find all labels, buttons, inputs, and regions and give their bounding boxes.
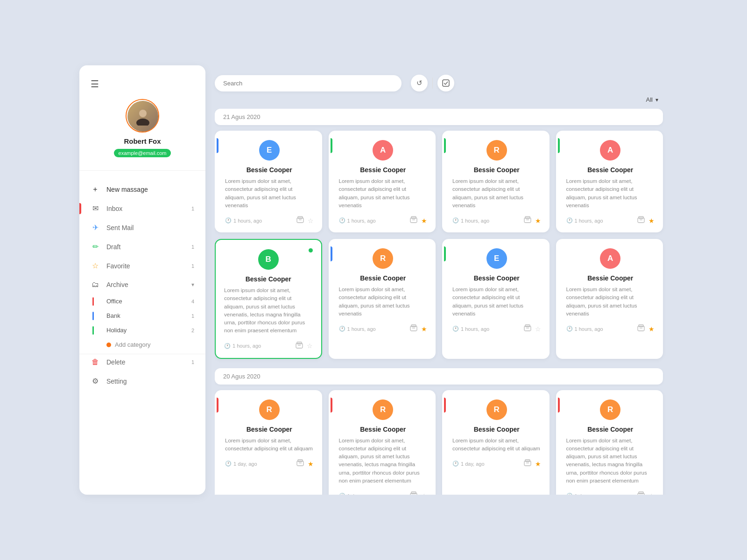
svg-rect-13 [639, 217, 643, 218]
message-card-c4[interactable]: ABessie CooperLorem ipsum dolor sit amet… [556, 131, 663, 232]
sidebar-item-bank[interactable]: Bank 1 [79, 308, 205, 323]
star-card-button[interactable]: ★ [421, 217, 427, 224]
archive-btn-icon [296, 216, 304, 224]
star-card-button[interactable]: ☆ [535, 325, 541, 333]
time-text: 1 day, ago [347, 493, 371, 495]
message-card-c1[interactable]: EBessie CooperLorem ipsum dolor sit amet… [215, 131, 322, 232]
star-card-button[interactable]: ★ [421, 325, 427, 333]
archive-btn-icon [410, 216, 417, 224]
clock-icon: 🕐 [452, 461, 459, 467]
clock-icon: 🕐 [339, 493, 345, 495]
sidebar-item-delete[interactable]: 🗑 Delete 1 [79, 354, 205, 371]
avatar [127, 101, 158, 132]
card-actions: ☆ [296, 216, 314, 225]
date-section-0: 21 Agus 2020EBessie CooperLorem ipsum do… [215, 109, 663, 359]
add-category-dot [106, 343, 111, 347]
main-content: ↺ All ▾ 21 Agus 2020EBessie CooperLorem … [205, 65, 668, 495]
card-preview-text: Lorem ipsum dolor sit amet, consectetur … [566, 437, 655, 485]
card-time: 🕐1 day, ago [452, 461, 521, 467]
sidebar-item-sent[interactable]: ✈ Sent Mail [79, 218, 205, 237]
card-footer: 🕐1 hours, ago☆ [224, 342, 313, 350]
avatar-ring [126, 99, 159, 133]
card-time: 🕐1 hours, ago [566, 326, 635, 332]
message-card-d1[interactable]: RBessie CooperLorem ipsum dolor sit amet… [215, 390, 322, 495]
archive-card-button[interactable] [296, 342, 303, 350]
message-card-c5[interactable]: BBessie CooperLorem ipsum dolor sit amet… [215, 239, 322, 359]
star-card-button[interactable]: ★ [308, 460, 314, 468]
card-footer: 🕐1 day, ago☆ [339, 491, 428, 495]
sidebar-item-new-massage[interactable]: + New massage [79, 180, 205, 199]
svg-rect-37 [639, 492, 643, 494]
message-card-c7[interactable]: EBessie CooperLorem ipsum dolor sit amet… [442, 239, 550, 359]
menu-icon[interactable]: ☰ [79, 77, 205, 99]
sidebar-item-archive[interactable]: 🗂 Archive ▾ [79, 275, 205, 294]
card-actions: ☆ [410, 491, 427, 495]
archive-btn-icon [637, 216, 645, 224]
card-indicator [217, 138, 218, 153]
add-category-button[interactable]: Add category [79, 337, 205, 352]
star-card-button[interactable]: ★ [535, 217, 541, 224]
bank-indicator [92, 312, 94, 320]
card-actions: ☆ [296, 342, 313, 350]
archive-btn-icon [524, 324, 531, 332]
message-card-c3[interactable]: RBessie CooperLorem ipsum dolor sit amet… [442, 131, 550, 232]
time-text: 1 hours, ago [461, 326, 489, 332]
filter-chevron[interactable]: ▾ [655, 97, 658, 103]
card-preview-text: Lorem ipsum dolor sit amet, consectetur … [452, 177, 541, 210]
card-avatar: R [373, 248, 393, 269]
svg-rect-34 [525, 460, 530, 462]
card-avatar: E [486, 248, 507, 269]
sidebar-item-office[interactable]: Office 4 [79, 294, 205, 308]
delete-icon: 🗑 [91, 358, 100, 366]
archive-card-button[interactable] [296, 459, 304, 468]
message-card-c8[interactable]: ABessie CooperLorem ipsum dolor sit amet… [556, 239, 663, 359]
star-card-button[interactable]: ★ [648, 217, 655, 224]
card-footer: 🕐1 hours, ago★ [566, 324, 655, 333]
message-card-d4[interactable]: RBessie CooperLorem ipsum dolor sit amet… [556, 390, 663, 495]
archive-chevron: ▾ [191, 281, 194, 288]
setting-icon: ⚙ [91, 377, 100, 385]
card-sender-name: Bessie Cooper [566, 274, 655, 282]
message-card-d2[interactable]: RBessie CooperLorem ipsum dolor sit amet… [329, 390, 436, 495]
archive-card-button[interactable] [637, 216, 645, 225]
archive-card-button[interactable] [637, 491, 645, 495]
archive-card-button[interactable] [296, 216, 304, 225]
sidebar-item-favorite[interactable]: ☆ Favorite 1 [79, 256, 205, 275]
star-card-button[interactable]: ☆ [648, 492, 655, 495]
undo-button[interactable]: ↺ [411, 75, 428, 91]
card-indicator [444, 246, 446, 261]
profile-name: Robert Fox [124, 137, 161, 145]
svg-rect-4 [298, 217, 303, 218]
message-card-c6[interactable]: RBessie CooperLorem ipsum dolor sit amet… [329, 239, 436, 359]
archive-card-button[interactable] [524, 216, 531, 225]
card-indicator [558, 398, 560, 413]
star-card-button[interactable]: ★ [535, 460, 541, 468]
star-card-button[interactable]: ☆ [308, 217, 314, 224]
card-actions: ★ [637, 216, 655, 225]
card-preview-text: Lorem ipsum dolor sit amet, consectetur … [224, 287, 313, 335]
checkmark-button[interactable] [437, 75, 454, 91]
message-card-c2[interactable]: ABessie CooperLorem ipsum dolor sit amet… [329, 131, 436, 232]
archive-card-button[interactable] [410, 216, 417, 225]
sidebar-item-setting[interactable]: ⚙ Setting [79, 371, 205, 391]
sidebar-item-draft[interactable]: ✏ Draft 1 [79, 237, 205, 256]
sidebar-item-inbox[interactable]: ✉ Inbox 1 [79, 199, 205, 218]
archive-card-button[interactable] [524, 324, 531, 333]
search-input[interactable] [215, 75, 402, 91]
card-time: 🕐1 hours, ago [225, 217, 294, 224]
archive-card-button[interactable] [410, 491, 417, 495]
card-avatar: R [259, 399, 280, 420]
star-card-button[interactable]: ★ [648, 325, 655, 333]
star-card-button[interactable]: ☆ [421, 492, 427, 495]
clock-icon: 🕐 [225, 217, 232, 224]
svg-rect-10 [525, 217, 530, 218]
card-footer: 🕐1 hours, ago☆ [225, 216, 314, 225]
sidebar-item-holiday[interactable]: Holiday 2 [79, 323, 205, 337]
message-card-d3[interactable]: RBessie CooperLorem ipsum dolor sit amet… [442, 390, 550, 495]
star-card-button[interactable]: ☆ [307, 342, 313, 350]
cards-grid-1: RBessie CooperLorem ipsum dolor sit amet… [215, 390, 663, 495]
archive-card-button[interactable] [524, 459, 531, 468]
card-indicator [444, 138, 446, 153]
archive-card-button[interactable] [410, 324, 417, 333]
archive-card-button[interactable] [637, 324, 645, 333]
